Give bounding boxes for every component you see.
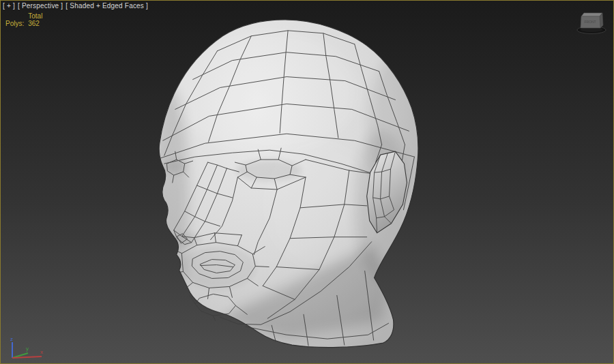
- viewport-general-menu[interactable]: [ + ]: [3, 2, 15, 10]
- world-axis-tripod: z y x: [5, 336, 53, 362]
- y-axis-label: y: [26, 346, 29, 352]
- viewport-shading-menu[interactable]: [ Shaded + Edged Faces ]: [65, 2, 148, 10]
- viewport-canvas[interactable]: [1, 1, 613, 363]
- stats-header: Total: [28, 12, 42, 20]
- x-axis-label: x: [40, 349, 43, 355]
- viewport-label-bar: [ + ] [ Perspective ] [ Shaded + Edged F…: [3, 2, 148, 10]
- viewcube-front-label: FRONT: [584, 20, 596, 24]
- viewcube[interactable]: FRONT: [574, 9, 609, 36]
- head-mesh: [154, 20, 429, 348]
- stats-polys-label: Polys:: [5, 20, 24, 27]
- z-axis-label: z: [10, 336, 13, 342]
- stats-spacer: [5, 12, 24, 20]
- statistics-overlay: Total Polys: 362: [5, 12, 42, 27]
- viewport-3d[interactable]: [ + ] [ Perspective ] [ Shaded + Edged F…: [0, 0, 614, 364]
- stats-polys-value: 362: [28, 20, 42, 27]
- viewcube-top-face[interactable]: [581, 13, 602, 16]
- viewcube-cube[interactable]: FRONT: [581, 13, 603, 28]
- viewport-pov-menu[interactable]: [ Perspective ]: [18, 2, 63, 10]
